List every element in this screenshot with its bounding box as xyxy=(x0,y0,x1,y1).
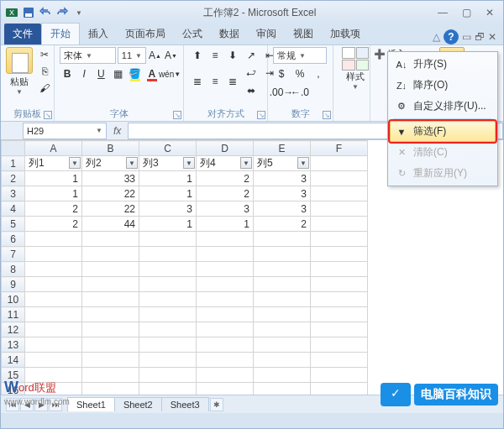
col-header[interactable]: C xyxy=(139,141,197,156)
empty-cell[interactable] xyxy=(139,368,197,383)
format-painter-icon[interactable]: 🖌 xyxy=(36,81,53,96)
dd-sort-asc[interactable]: A↓升序(S) xyxy=(390,54,496,75)
italic-button[interactable]: I xyxy=(76,65,92,82)
align-bottom-icon[interactable]: ⬇ xyxy=(224,47,241,64)
empty-cell[interactable] xyxy=(311,353,368,368)
border-button[interactable]: ▦ xyxy=(111,65,126,82)
header-cell[interactable]: 列2▼ xyxy=(82,156,139,171)
row-header[interactable]: 7 xyxy=(2,247,25,262)
row-header[interactable]: 13 xyxy=(2,337,25,353)
data-cell[interactable]: 2 xyxy=(197,186,254,201)
data-cell[interactable]: 2 xyxy=(25,217,82,232)
row-header[interactable]: 2 xyxy=(2,171,25,186)
tab-formulas[interactable]: 公式 xyxy=(174,24,211,44)
tab-view[interactable]: 视图 xyxy=(285,24,322,44)
empty-cell[interactable] xyxy=(25,337,82,353)
data-cell[interactable]: 3 xyxy=(254,171,311,186)
empty-cell[interactable] xyxy=(82,353,139,368)
empty-cell[interactable] xyxy=(254,337,311,353)
empty-cell[interactable] xyxy=(254,292,311,307)
spreadsheet-grid[interactable]: ABCDEF1列1▼列2▼列3▼列4▼列5▼213312331221234222… xyxy=(1,140,368,413)
data-cell[interactable]: 1 xyxy=(197,217,254,232)
empty-cell[interactable] xyxy=(311,307,368,322)
tab-file[interactable]: 文件 xyxy=(4,24,41,44)
row-header[interactable]: 6 xyxy=(2,232,25,247)
font-size-combo[interactable]: 11▼ xyxy=(118,47,146,64)
empty-cell[interactable] xyxy=(197,322,254,337)
qat-customize-icon[interactable]: ▼ xyxy=(71,5,87,20)
font-color-button[interactable]: A xyxy=(144,65,160,82)
align-launcher-icon[interactable]: ↘ xyxy=(257,111,265,119)
empty-cell[interactable] xyxy=(82,368,139,383)
empty-cell[interactable] xyxy=(311,186,368,201)
styles-button[interactable]: 样式 ▼ xyxy=(339,47,372,91)
currency-icon[interactable]: $ xyxy=(273,65,290,82)
empty-cell[interactable] xyxy=(197,232,254,247)
redo-icon[interactable] xyxy=(55,5,70,20)
empty-cell[interactable] xyxy=(25,277,82,292)
sheet-tab-2[interactable]: Sheet2 xyxy=(114,397,162,411)
data-cell[interactable]: 2 xyxy=(25,201,82,217)
filter-dropdown-icon[interactable]: ▼ xyxy=(126,157,138,169)
fx-icon[interactable]: fx xyxy=(113,125,121,137)
empty-cell[interactable] xyxy=(139,262,197,277)
copy-icon[interactable]: ⎘ xyxy=(36,64,53,79)
data-cell[interactable]: 22 xyxy=(82,201,139,217)
empty-cell[interactable] xyxy=(254,262,311,277)
empty-cell[interactable] xyxy=(139,232,197,247)
empty-cell[interactable] xyxy=(197,307,254,322)
empty-cell[interactable] xyxy=(197,262,254,277)
col-header[interactable]: A xyxy=(25,141,82,156)
data-cell[interactable]: 1 xyxy=(139,171,197,186)
data-cell[interactable]: 3 xyxy=(139,201,197,217)
empty-cell[interactable] xyxy=(25,292,82,307)
filter-dropdown-icon[interactable]: ▼ xyxy=(183,157,195,169)
empty-cell[interactable] xyxy=(82,247,139,262)
new-sheet-icon[interactable]: ✱ xyxy=(210,398,223,411)
align-top-icon[interactable]: ⬆ xyxy=(189,47,206,64)
empty-cell[interactable] xyxy=(311,156,368,171)
clipboard-launcher-icon[interactable]: ↘ xyxy=(44,111,52,119)
empty-cell[interactable] xyxy=(254,247,311,262)
tab-layout[interactable]: 页面布局 xyxy=(117,24,174,44)
increase-decimal-icon[interactable]: .00→ xyxy=(273,84,290,101)
save-icon[interactable] xyxy=(21,5,36,20)
empty-cell[interactable] xyxy=(82,232,139,247)
fill-color-button[interactable]: 🪣 xyxy=(128,65,143,82)
shrink-font-icon[interactable]: A▼ xyxy=(164,47,178,64)
empty-cell[interactable] xyxy=(82,277,139,292)
row-header[interactable]: 14 xyxy=(2,353,25,368)
close-icon[interactable]: ✕ xyxy=(480,5,500,20)
data-cell[interactable]: 3 xyxy=(197,201,254,217)
empty-cell[interactable] xyxy=(254,353,311,368)
align-left-icon[interactable]: ≣ xyxy=(189,73,206,90)
maximize-icon[interactable]: ▢ xyxy=(456,5,476,20)
empty-cell[interactable] xyxy=(311,232,368,247)
font-name-combo[interactable]: 宋体▼ xyxy=(60,47,116,64)
window-restore-icon[interactable]: 🗗 xyxy=(475,31,485,43)
col-header[interactable]: B xyxy=(82,141,139,156)
empty-cell[interactable] xyxy=(139,337,197,353)
empty-cell[interactable] xyxy=(254,368,311,383)
sheet-tab-3[interactable]: Sheet3 xyxy=(161,397,209,411)
tab-home[interactable]: 开始 xyxy=(41,23,80,44)
empty-cell[interactable] xyxy=(139,247,197,262)
data-cell[interactable]: 2 xyxy=(254,217,311,232)
help-icon[interactable]: ? xyxy=(444,29,459,44)
empty-cell[interactable] xyxy=(25,232,82,247)
empty-cell[interactable] xyxy=(197,368,254,383)
tab-insert[interactable]: 插入 xyxy=(80,24,117,44)
data-cell[interactable]: 1 xyxy=(25,171,82,186)
tab-review[interactable]: 审阅 xyxy=(248,24,285,44)
dd-filter[interactable]: ▼筛选(F) xyxy=(390,121,496,142)
minimize-icon[interactable]: — xyxy=(433,5,453,20)
name-box[interactable]: H29▼ xyxy=(23,123,107,139)
col-header[interactable]: E xyxy=(254,141,311,156)
ribbon-minimize-icon[interactable]: △ xyxy=(433,31,440,43)
empty-cell[interactable] xyxy=(139,322,197,337)
row-header[interactable]: 9 xyxy=(2,277,25,292)
data-cell[interactable]: 33 xyxy=(82,171,139,186)
align-right-icon[interactable]: ≣ xyxy=(224,73,241,90)
empty-cell[interactable] xyxy=(139,353,197,368)
filter-dropdown-icon[interactable]: ▼ xyxy=(240,157,252,169)
